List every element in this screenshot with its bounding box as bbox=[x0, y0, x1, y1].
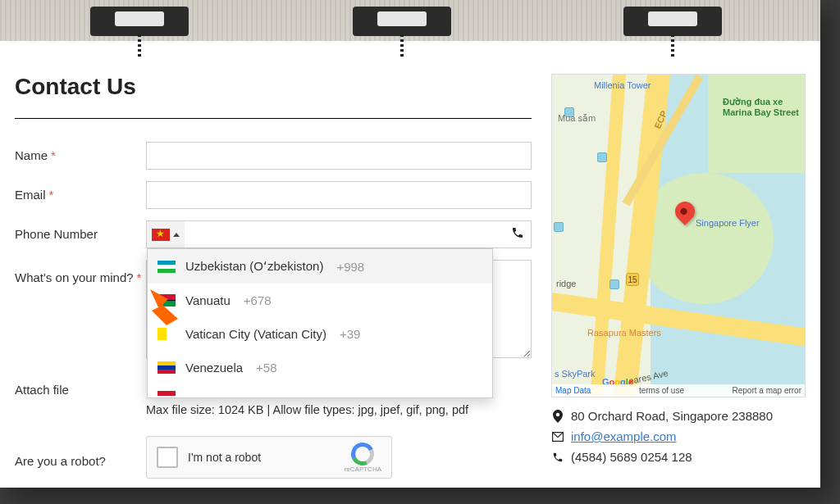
map-report-link[interactable]: Report a map error bbox=[733, 386, 801, 395]
country-option-partial[interactable] bbox=[148, 384, 492, 397]
recaptcha-label: I'm not a robot bbox=[188, 451, 261, 464]
country-option-venezuela[interactable]: Venezuela +58 bbox=[148, 351, 492, 384]
vanuatu-flag-icon bbox=[158, 294, 176, 306]
phone-input[interactable] bbox=[185, 221, 531, 247]
name-label: Name* bbox=[15, 142, 146, 162]
hero-banner bbox=[0, 0, 820, 41]
map-data-link[interactable]: Map Data bbox=[555, 386, 591, 395]
map-terms-link[interactable]: terms of use bbox=[639, 386, 684, 395]
recaptcha-checkbox[interactable] bbox=[157, 447, 178, 468]
country-code-toggle[interactable] bbox=[147, 221, 185, 247]
vietnam-flag-icon bbox=[152, 229, 170, 241]
attach-hint: Max file size: 1024 KB | Allow file type… bbox=[146, 403, 532, 416]
contact-address: 80 Orchard Road, Singapore 238880 bbox=[571, 409, 773, 423]
map-poi-rasapura[interactable]: Rasapura Masters bbox=[585, 327, 664, 338]
map-poi-flyer[interactable]: Singapore Flyer bbox=[693, 217, 762, 229]
contact-phone: (4584) 5689 0254 128 bbox=[571, 450, 692, 464]
mind-label: What's on your mind?* bbox=[15, 260, 146, 288]
phone-icon bbox=[511, 226, 524, 243]
country-option-vatican[interactable]: Vatican City (Vatican City) +39 bbox=[148, 317, 492, 351]
contact-email-link[interactable]: info@example.com bbox=[571, 429, 677, 443]
uzbekistan-flag-icon bbox=[158, 261, 176, 273]
name-input[interactable] bbox=[146, 142, 532, 170]
attach-label: Attach file bbox=[15, 376, 146, 397]
location-map[interactable]: Millenia Tower Mua sắm ECP Đường đua xeM… bbox=[551, 74, 806, 397]
email-input[interactable] bbox=[146, 181, 532, 209]
envelope-icon bbox=[551, 432, 564, 442]
country-option-vanuatu[interactable]: Vanuatu +678 bbox=[148, 284, 492, 317]
phone-handset-icon bbox=[551, 452, 564, 463]
partial-flag-icon bbox=[158, 391, 176, 396]
page-title: Contact Us bbox=[15, 74, 532, 100]
venezuela-flag-icon bbox=[158, 361, 176, 374]
country-dropdown: Uzbekistan (Oʻzbekiston) +998 Vanuatu +6… bbox=[147, 248, 493, 398]
email-label: Email* bbox=[15, 181, 146, 202]
contact-info: 80 Orchard Road, Singapore 238880 info@e… bbox=[551, 409, 806, 464]
phone-label: Phone Number bbox=[15, 220, 146, 241]
map-poi-track[interactable]: Đường đua xeMarina Bay Street bbox=[720, 96, 801, 118]
vatican-flag-icon bbox=[158, 328, 176, 340]
map-label-mua: Mua sắm bbox=[555, 112, 598, 125]
recaptcha-logo: reCAPTCHA bbox=[345, 443, 381, 473]
map-poi-millenia[interactable]: Millenia Tower bbox=[591, 79, 654, 91]
map-route-badge: 15 bbox=[626, 273, 639, 286]
map-label-ridge: ridge bbox=[554, 278, 578, 289]
map-attribution-bar: Map Data terms of use Report a map error bbox=[552, 384, 805, 397]
title-separator bbox=[15, 118, 532, 119]
robot-label: Are you a robot? bbox=[15, 447, 146, 468]
required-marker: * bbox=[51, 148, 56, 162]
country-option-uzbekistan[interactable]: Uzbekistan (Oʻzbekiston) +998 bbox=[148, 249, 492, 284]
recaptcha-widget[interactable]: I'm not a robot reCAPTCHA bbox=[146, 436, 392, 479]
caret-up-icon bbox=[173, 233, 180, 237]
map-poi-skypark[interactable]: s SkyPark bbox=[552, 368, 598, 379]
map-marker-icon bbox=[551, 410, 564, 423]
recaptcha-spinner-icon bbox=[348, 439, 377, 469]
